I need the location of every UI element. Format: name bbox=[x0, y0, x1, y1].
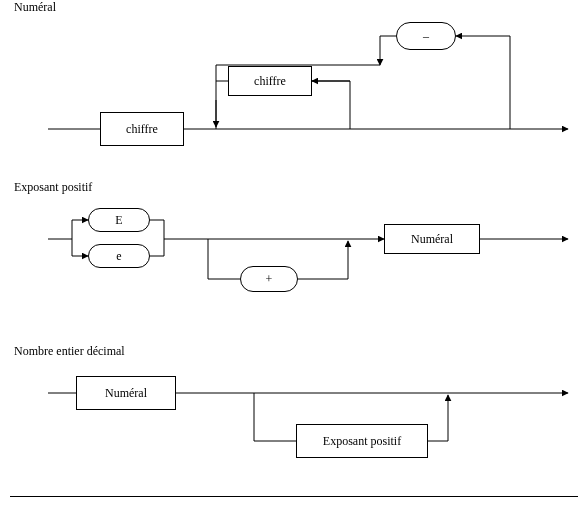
page-footer-rule bbox=[10, 496, 578, 497]
wires bbox=[0, 0, 588, 512]
syntax-diagrams: Numéral Exposant positif Nombre entier d… bbox=[0, 0, 588, 512]
